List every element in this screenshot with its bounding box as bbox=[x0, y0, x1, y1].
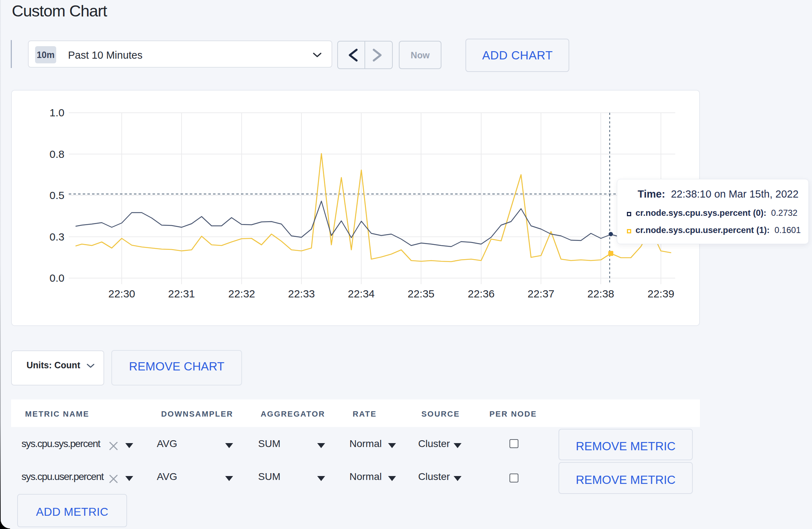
svg-text:22:30: 22:30 bbox=[108, 288, 135, 300]
svg-text:22:33: 22:33 bbox=[288, 288, 315, 300]
svg-text:0.3: 0.3 bbox=[49, 231, 64, 243]
svg-text:22:34: 22:34 bbox=[348, 288, 374, 300]
svg-text:22:39: 22:39 bbox=[647, 288, 674, 300]
svg-text:0.5: 0.5 bbox=[49, 189, 64, 201]
svg-text:22:36: 22:36 bbox=[468, 288, 494, 300]
svg-text:1.0: 1.0 bbox=[49, 107, 64, 118]
svg-text:22:32: 22:32 bbox=[228, 288, 255, 300]
svg-text:0.8: 0.8 bbox=[49, 148, 64, 160]
svg-text:22:31: 22:31 bbox=[168, 288, 195, 300]
svg-text:22:35: 22:35 bbox=[407, 288, 434, 300]
svg-text:22:37: 22:37 bbox=[527, 288, 554, 300]
svg-text:0.0: 0.0 bbox=[49, 272, 64, 284]
svg-text:22:38: 22:38 bbox=[587, 288, 614, 300]
